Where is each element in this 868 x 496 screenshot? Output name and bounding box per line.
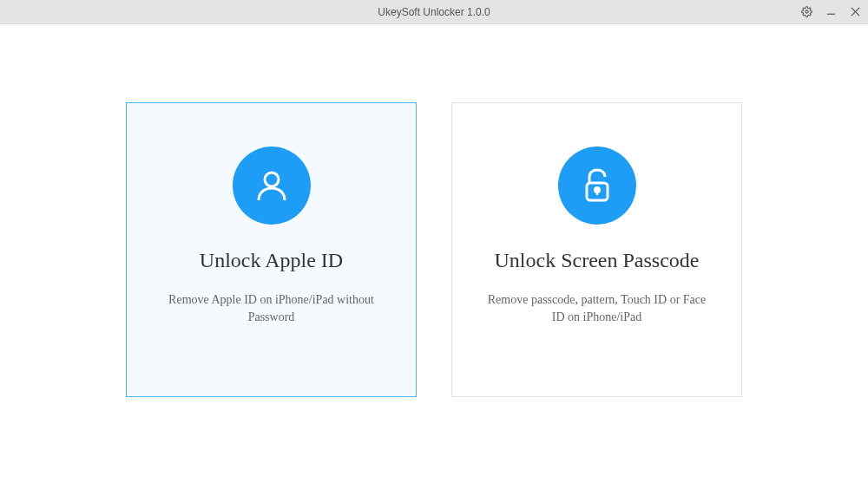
app-title: UkeySoft Unlocker 1.0.0 [378,6,490,18]
minimize-icon[interactable] [825,6,837,18]
unlock-apple-id-card[interactable]: Unlock Apple ID Remove Apple ID on iPhon… [126,102,417,397]
titlebar: UkeySoft Unlocker 1.0.0 [0,0,868,24]
unlock-screen-passcode-card[interactable]: Unlock Screen Passcode Remove passcode, … [451,102,742,397]
person-icon [233,147,311,225]
lock-icon [558,147,636,225]
apple-id-description: Remove Apple ID on iPhone/iPad without P… [144,291,398,325]
svg-point-0 [805,10,807,13]
main-content: Unlock Apple ID Remove Apple ID on iPhon… [0,24,868,397]
svg-point-6 [595,188,599,193]
close-icon[interactable] [849,6,861,18]
apple-id-title: Unlock Apple ID [200,249,343,272]
titlebar-controls [800,6,861,18]
screen-passcode-title: Unlock Screen Passcode [495,249,700,272]
screen-passcode-description: Remove passcode, pattern, Touch ID or Fa… [470,291,724,325]
settings-icon[interactable] [800,6,812,18]
svg-point-4 [265,173,279,186]
